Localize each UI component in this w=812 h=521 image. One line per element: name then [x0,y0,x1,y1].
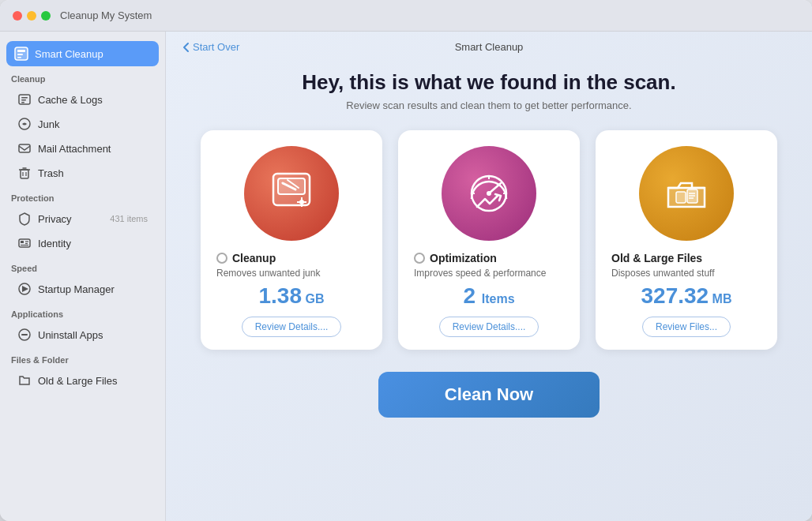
privacy-label: Privacy [38,213,72,225]
content-center-title: Smart Cleanup [455,41,524,53]
junk-icon [17,117,32,131]
old-files-icon [17,373,32,388]
svg-line-32 [489,183,501,193]
back-label: Start Over [193,41,239,53]
mail-icon [17,141,32,156]
trash-label: Trash [38,167,64,179]
trash-icon [17,166,32,180]
privacy-badge: 431 items [110,214,148,223]
app-title: Cleanup My System [60,9,152,21]
cards-row: Cleanup Removes unwanted junk 1.38 GB Re… [201,130,777,350]
content-area: Start Over Smart Cleanup Hey, this is wh… [166,32,812,521]
main-layout: Smart Cleanup Cleanup Cache & Logs [0,32,812,521]
sidebar-item-startup-manager[interactable]: Startup Manager [6,277,159,301]
cleanup-card: Cleanup Removes unwanted junk 1.38 GB Re… [201,130,382,350]
svg-rect-6 [21,99,26,101]
app-window: Cleanup My System Smart Cleanup Cleanup [0,0,812,521]
optimization-card-value: 2 Items [463,283,514,309]
cleanup-card-value: 1.38 GB [259,283,325,309]
startup-icon [17,282,32,296]
cache-logs-icon [17,92,32,107]
sidebar-item-privacy[interactable]: Privacy 431 items [6,207,159,231]
sidebar-item-trash[interactable]: Trash [6,161,159,185]
old-files-card-title: Old & Large Files [611,252,702,264]
svg-rect-9 [19,144,30,152]
cleanup-card-desc: Removes unwanted junk [213,268,320,279]
clean-now-button[interactable]: Clean Now [378,372,600,418]
optimization-card-icon [442,146,536,241]
sidebar: Smart Cleanup Cleanup Cache & Logs [0,32,166,521]
sidebar-item-junk[interactable]: Junk [6,112,159,136]
junk-label: Junk [38,118,59,130]
identity-label: Identity [38,238,71,249]
svg-rect-10 [21,170,28,178]
identity-icon [17,236,32,250]
svg-rect-3 [17,57,21,58]
traffic-lights [13,11,51,21]
cleanup-radio[interactable] [216,253,227,264]
sidebar-item-mail-attachment[interactable]: Mail Attachment [6,137,159,160]
section-speed-label: Speed [0,256,165,276]
optimization-card-header: Optimization [411,252,567,264]
startup-manager-label: Startup Manager [38,283,115,295]
old-files-card: Old & Large Files Disposes unwanted stuf… [596,130,777,350]
uninstall-icon [17,328,32,342]
optimization-radio[interactable] [414,253,425,264]
page-subheadline: Review scan results and clean them to ge… [346,99,631,111]
cleanup-card-title: Cleanup [232,252,276,264]
sidebar-item-identity[interactable]: Identity [6,231,159,255]
sidebar-item-old-large-files[interactable]: Old & Large Files [6,369,159,392]
svg-rect-2 [17,54,23,55]
section-cleanup-label: Cleanup [0,66,165,87]
cleanup-card-icon [244,146,339,241]
svg-rect-7 [21,102,24,103]
old-large-files-label: Old & Large Files [38,375,117,387]
cache-logs-label: Cache & Logs [38,94,103,106]
section-files-label: Files & Folder [0,347,165,368]
page-headline: Hey, this is what we found in the scan. [302,70,675,95]
old-files-review-button[interactable]: Review Files... [642,317,731,337]
close-button[interactable] [13,11,22,21]
section-protection-label: Protection [0,186,165,206]
privacy-icon [17,212,32,226]
old-files-card-icon [639,146,734,241]
cleanup-card-header: Cleanup [213,252,370,264]
optimization-review-button[interactable]: Review Details.... [439,317,539,337]
sidebar-item-smart-cleanup[interactable]: Smart Cleanup [6,41,159,66]
optimization-card-title: Optimization [430,252,497,264]
content-main: Hey, this is what we found in the scan. … [166,62,812,521]
optimization-card-desc: Improves speed & performance [411,268,546,279]
uninstall-apps-label: Uninstall Apps [38,329,103,341]
svg-rect-16 [21,241,24,243]
sidebar-item-cache-logs[interactable]: Cache & Logs [6,88,159,111]
old-files-card-value: 327.32 MB [641,283,732,309]
svg-rect-5 [21,97,28,99]
svg-rect-1 [17,50,25,52]
optimization-card: Optimization Improves speed & performanc… [398,130,580,350]
maximize-button[interactable] [41,11,51,21]
smart-cleanup-icon [14,47,28,61]
sidebar-item-uninstall-apps[interactable]: Uninstall Apps [6,323,159,347]
old-files-card-header: Old & Large Files [608,252,765,264]
svg-rect-15 [19,239,30,247]
title-bar: Cleanup My System [0,0,812,32]
back-button[interactable]: Start Over [182,41,239,53]
minimize-button[interactable] [27,11,36,21]
old-files-card-desc: Disposes unwanted stuff [608,268,715,279]
section-applications-label: Applications [0,302,165,322]
svg-rect-36 [676,192,686,203]
content-header: Start Over Smart Cleanup [166,32,812,62]
mail-attachment-label: Mail Attachment [38,143,111,155]
sidebar-active-label: Smart Cleanup [35,48,103,60]
cleanup-review-button[interactable]: Review Details.... [242,317,342,337]
